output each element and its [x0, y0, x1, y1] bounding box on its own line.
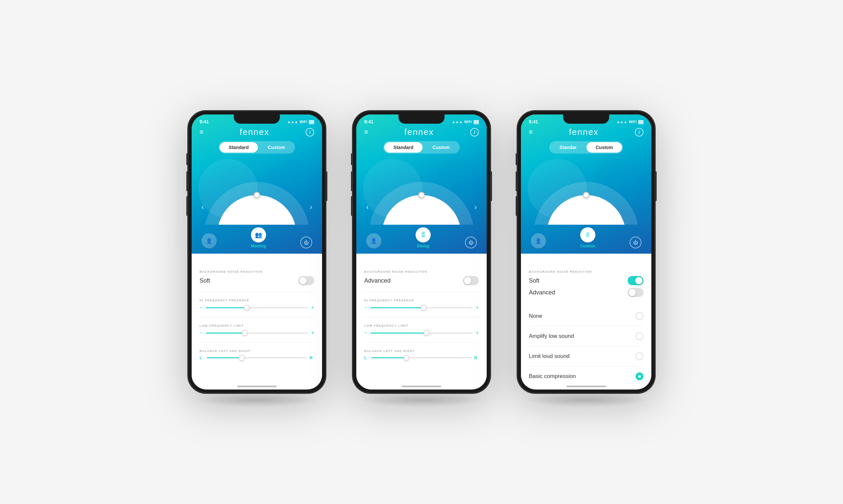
mode-icon-circle-center-3: 🎚: [580, 227, 596, 242]
screen-content-2: BACKGROUND NOISE REDUCTION Advanced HI F…: [356, 264, 487, 383]
advanced-toggle-2[interactable]: [463, 276, 479, 285]
signal-icon-2: ▲▲▲: [452, 120, 463, 124]
phone-screen-1: 9:41 ▲▲▲ WiFi ▓▓ ≡ fennex i: [192, 114, 322, 390]
mode-icon-left-1[interactable]: 👤: [202, 233, 217, 248]
tab-standard-3[interactable]: Standar: [550, 142, 586, 152]
low-freq-slider-row-1: − +: [200, 330, 314, 336]
hamburger-icon-3[interactable]: ≡: [529, 128, 533, 136]
radio-limit-label: Limit loud sound: [529, 353, 570, 360]
low-freq-thumb-2[interactable]: [424, 330, 429, 336]
dial-knob-3[interactable]: [583, 192, 589, 198]
bg-noise-section-1: BACKGROUND NOISE REDUCTION Soft: [200, 270, 314, 285]
dial-label-max-2: MAX: [450, 220, 458, 223]
low-freq-label-1: LOW FREQUENCY LIMIT: [200, 324, 314, 327]
low-freq-label-2: LOW FREQUENCY LIMIT: [364, 324, 479, 327]
notch-3: [563, 114, 609, 124]
hamburger-icon-1[interactable]: ≡: [200, 128, 204, 136]
radio-none-row[interactable]: None: [529, 310, 643, 322]
soft-toggle-1[interactable]: [298, 276, 314, 285]
mode-icon-left-3[interactable]: 👤: [531, 233, 546, 248]
app-name-2: fennex: [405, 127, 434, 137]
balance-label-2: BALANCE LEFT AND RIGHT: [364, 349, 479, 353]
mode-icon-left-2[interactable]: 👤: [366, 233, 381, 248]
screen-content-3: BACKGROUND NOISE REDUCTION Soft Advanced: [521, 264, 651, 383]
divider-3c: [529, 346, 643, 346]
radio-section-3: None Amplify low sound Limit loud sound: [529, 310, 643, 382]
hi-freq-plus-1: +: [311, 305, 314, 310]
low-freq-section-1: LOW FREQUENCY LIMIT − +: [200, 324, 314, 336]
balance-label-1: BALANCE LEFT AND RIGHT: [200, 349, 314, 353]
hamburger-icon-2[interactable]: ≡: [364, 128, 368, 136]
home-indicator-2: [356, 383, 487, 390]
low-freq-track-2[interactable]: [371, 332, 472, 334]
phone-shadow-2: [359, 394, 484, 407]
hi-freq-thumb-1[interactable]: [244, 305, 250, 310]
info-icon-1[interactable]: i: [306, 128, 314, 137]
advanced-label-2: Advanced: [364, 277, 391, 284]
screen-content-1: BACKGROUND NOISE REDUCTION Soft HI FREQU…: [192, 264, 322, 383]
home-indicator-3: [521, 383, 651, 390]
advanced-label-3: Advanced: [529, 289, 555, 296]
tab-standard-2[interactable]: Standard: [384, 142, 423, 152]
tab-custom-3[interactable]: Custom: [586, 142, 622, 152]
advanced-toggle-3[interactable]: [627, 288, 643, 297]
soft-toggle-3[interactable]: [627, 276, 643, 285]
balance-track-2[interactable]: [372, 357, 471, 358]
balance-right-label-2: R: [474, 355, 479, 360]
dial-knob-1[interactable]: [254, 192, 260, 198]
dial-label-min-1: MIN: [221, 220, 227, 223]
balance-thumb-1[interactable]: [239, 355, 245, 361]
status-icons-3: ▲▲▲ WiFi ▓▓: [617, 120, 643, 124]
mode-icon-center-3[interactable]: 🎚 Custom: [580, 227, 596, 248]
mode-icon-center-2[interactable]: 🎛 Dining: [416, 227, 431, 248]
tab-custom-2[interactable]: Custom: [423, 142, 459, 152]
hi-freq-track-2[interactable]: [371, 307, 472, 308]
divider-3d: [529, 366, 643, 366]
balance-track-1[interactable]: [207, 357, 307, 358]
radio-none-circle[interactable]: [636, 312, 643, 320]
dial-arrow-left-2[interactable]: ‹: [366, 203, 368, 212]
radio-compression-row[interactable]: Basic compression: [529, 371, 643, 382]
dial-label-max-3: MAX: [615, 220, 622, 223]
mode-icon-center-1[interactable]: 👥 Meeting: [251, 227, 266, 248]
balance-slider-row-2: L R: [364, 355, 479, 360]
power-icon-3[interactable]: ⏻: [630, 236, 641, 248]
low-freq-thumb-1[interactable]: [242, 330, 247, 336]
battery-icon-1: ▓▓: [309, 120, 314, 124]
dial-arrow-left-1[interactable]: ‹: [202, 203, 204, 212]
tab-custom-1[interactable]: Custom: [258, 142, 294, 152]
phone-1: 9:41 ▲▲▲ WiFi ▓▓ ≡ fennex i: [188, 110, 326, 394]
radio-compression-circle[interactable]: [636, 373, 643, 380]
soft-toggle-row-3: Soft: [529, 276, 643, 285]
low-freq-slider-row-2: − +: [364, 330, 479, 336]
hi-freq-track-1[interactable]: [206, 307, 308, 308]
signal-icon-3: ▲▲▲: [617, 120, 627, 124]
low-freq-minus-1: −: [200, 330, 203, 336]
divider-2a: [364, 292, 479, 292]
tab-switcher-3: Standar Custom: [521, 141, 651, 154]
low-freq-minus-2: −: [364, 330, 367, 336]
radio-amplify-row[interactable]: Amplify low sound: [529, 330, 643, 342]
dial-knob-2[interactable]: [418, 192, 425, 198]
dial-arrow-right-1[interactable]: ›: [310, 203, 312, 212]
info-icon-2[interactable]: i: [470, 128, 479, 137]
dial-area-3: ‹ › MIN MAX: [521, 159, 651, 225]
dial-arrow-right-2[interactable]: ›: [475, 203, 477, 212]
notch-1: [234, 114, 280, 124]
radio-amplify-circle[interactable]: [636, 332, 643, 340]
battery-icon-2: ▓▓: [474, 120, 479, 124]
low-freq-track-1[interactable]: [206, 332, 308, 334]
radio-limit-circle[interactable]: [636, 352, 643, 360]
power-icon-2[interactable]: ⏻: [465, 236, 477, 248]
tab-standard-1[interactable]: Standard: [220, 142, 258, 152]
power-icon-1[interactable]: ⏻: [300, 236, 312, 248]
radio-limit-row[interactable]: Limit loud sound: [529, 350, 643, 362]
info-icon-3[interactable]: i: [635, 128, 643, 137]
balance-thumb-2[interactable]: [403, 355, 409, 361]
dial-nav-2: ‹ ›: [356, 203, 487, 212]
hi-freq-slider-row-2: − +: [364, 305, 479, 310]
phone-3: 9:41 ▲▲▲ WiFi ▓▓ ≡ fennex i: [517, 110, 655, 394]
app-header-2: ≡ fennex i: [356, 124, 487, 141]
hi-freq-thumb-2[interactable]: [420, 305, 427, 310]
phone-2: 9:41 ▲▲▲ WiFi ▓▓ ≡ fennex i: [352, 110, 491, 394]
